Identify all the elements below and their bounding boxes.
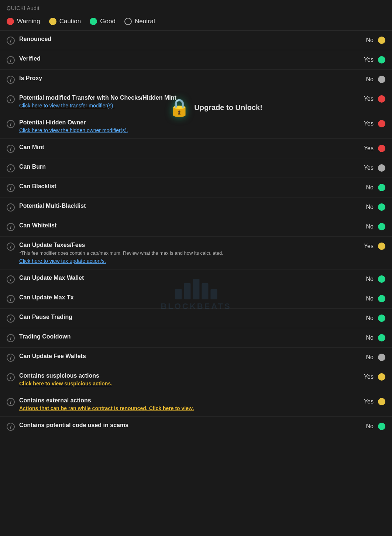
info-icon-can-blacklist[interactable]: i: [7, 184, 15, 192]
value-verified: Yes: [362, 56, 374, 63]
legend-good: Good: [90, 18, 116, 25]
info-icon-can-pause-trading[interactable]: i: [7, 315, 15, 323]
label-trading-cooldown: Trading Cooldown: [19, 333, 357, 340]
row-content-can-pause-trading: Can Pause Trading: [19, 314, 357, 320]
legend-caution-label: Caution: [59, 18, 81, 25]
neutral-dot: [124, 18, 132, 25]
row-content-potential-hidden-owner: Potential Hidden Owner Click here to vie…: [19, 119, 357, 133]
row-content-trading-cooldown: Trading Cooldown: [19, 333, 357, 340]
row-content-verified: Verified: [19, 55, 357, 62]
legend-good-label: Good: [100, 18, 116, 25]
legend-warning: Warning: [7, 18, 40, 25]
row-content-contains-suspicious-actions: Contains suspicious actions Click here t…: [19, 372, 357, 386]
row-content-can-burn: Can Burn: [19, 164, 357, 170]
row-content-can-mint: Can Mint: [19, 144, 357, 151]
dot-can-whitelist: [378, 223, 385, 230]
row-can-mint: i Can Mint Yes: [0, 139, 392, 158]
label-potential-hidden-owner: Potential Hidden Owner: [19, 119, 357, 126]
label-can-update-taxes: Can Update Taxes/Fees: [19, 242, 357, 248]
info-icon-is-proxy[interactable]: i: [7, 76, 15, 84]
link-potential-modified-transfer[interactable]: Click here to view the transfer modifier…: [19, 103, 357, 109]
info-icon-can-whitelist[interactable]: i: [7, 223, 15, 231]
legend-neutral-label: Neutral: [135, 18, 155, 25]
value-renounced: No: [362, 37, 374, 44]
row-contains-external-actions: i Contains external actions Actions that…: [0, 392, 392, 417]
info-icon-potential-hidden-owner[interactable]: i: [7, 120, 15, 128]
label-is-proxy: Is Proxy: [19, 75, 357, 82]
label-can-update-max-wallet: Can Update Max Wallet: [19, 275, 357, 281]
row-content-contains-external-actions: Contains external actions Actions that c…: [19, 397, 357, 411]
value-potential-multi-blacklist: No: [362, 204, 374, 210]
row-content-can-update-taxes: Can Update Taxes/Fees *This fee modifier…: [19, 242, 357, 264]
label-can-mint: Can Mint: [19, 144, 357, 151]
info-icon-trading-cooldown[interactable]: i: [7, 334, 15, 342]
row-content-can-blacklist: Can Blacklist: [19, 183, 357, 190]
row-right-can-update-max-tx: No: [362, 294, 385, 302]
info-icon-can-update-taxes[interactable]: i: [7, 243, 15, 251]
value-can-blacklist: No: [362, 184, 374, 191]
row-right-can-blacklist: No: [362, 183, 385, 191]
value-contains-suspicious-actions: Yes: [362, 374, 374, 380]
row-content-is-proxy: Is Proxy: [19, 75, 357, 82]
row-right-trading-cooldown: No: [362, 333, 385, 341]
row-right-potential-modified-transfer: Yes: [362, 95, 385, 103]
info-icon-can-mint[interactable]: i: [7, 145, 15, 153]
info-icon-verified[interactable]: i: [7, 56, 15, 64]
label-potential-multi-blacklist: Potential Multi-Blacklist: [19, 203, 357, 209]
row-verified: i Verified Yes: [0, 50, 392, 70]
value-contains-external-actions: Yes: [362, 398, 374, 405]
dot-contains-potential-scam-code: [378, 423, 385, 430]
dot-contains-suspicious-actions: [378, 373, 385, 381]
label-can-burn: Can Burn: [19, 164, 357, 170]
dot-potential-modified-transfer: [378, 95, 385, 103]
info-icon-contains-potential-scam-code[interactable]: i: [7, 423, 15, 431]
row-right-can-update-fee-wallets: No: [362, 353, 385, 361]
dot-renounced: [378, 37, 385, 44]
link-contains-suspicious-actions[interactable]: Click here to view suspicious actions.: [19, 381, 357, 386]
info-icon-can-update-max-wallet[interactable]: i: [7, 275, 15, 284]
info-icon-contains-external-actions[interactable]: i: [7, 398, 15, 406]
info-icon-can-update-fee-wallets[interactable]: i: [7, 354, 15, 362]
info-icon-contains-suspicious-actions[interactable]: i: [7, 373, 15, 381]
legend-warning-label: Warning: [17, 18, 40, 25]
row-right-can-mint: Yes: [362, 144, 385, 152]
good-dot: [90, 18, 97, 25]
dot-verified: [378, 56, 385, 63]
row-can-update-taxes: i Can Update Taxes/Fees *This fee modifi…: [0, 237, 392, 269]
row-right-verified: Yes: [362, 55, 385, 63]
row-content-potential-modified-transfer: Potential modified Transfer with No Chec…: [19, 95, 357, 109]
dot-can-update-taxes: [378, 243, 385, 250]
label-contains-external-actions: Contains external actions: [19, 397, 357, 404]
row-renounced: i Renounced No: [0, 31, 392, 50]
row-content-can-whitelist: Can Whitelist: [19, 222, 357, 229]
row-content-can-update-fee-wallets: Can Update Fee Wallets: [19, 353, 357, 360]
row-can-blacklist: i Can Blacklist No: [0, 178, 392, 197]
link-potential-hidden-owner[interactable]: Click here to view the hidden owner modi…: [19, 127, 357, 133]
app-title: QUICKI Audit: [0, 0, 392, 14]
link-can-update-taxes[interactable]: Click here to view tax update action/s.: [19, 258, 357, 264]
info-icon-renounced[interactable]: i: [7, 37, 15, 45]
legend-caution: Caution: [49, 18, 81, 25]
row-right-can-whitelist: No: [362, 222, 385, 230]
info-icon-potential-multi-blacklist[interactable]: i: [7, 203, 15, 212]
row-content-can-update-max-tx: Can Update Max Tx: [19, 294, 357, 301]
row-content-can-update-max-wallet: Can Update Max Wallet: [19, 275, 357, 281]
row-right-contains-external-actions: Yes: [362, 397, 385, 405]
label-renounced: Renounced: [19, 36, 357, 42]
audit-rows: i Renounced No i Verified Yes i Is Proxy…: [0, 31, 392, 436]
value-potential-modified-transfer: Yes: [362, 96, 374, 102]
info-icon-potential-modified-transfer[interactable]: i: [7, 95, 15, 103]
label-can-whitelist: Can Whitelist: [19, 222, 357, 229]
row-can-update-max-wallet: i Can Update Max Wallet No: [0, 269, 392, 289]
sub-can-update-taxes: *This fee modifier does contain a cap/ma…: [19, 250, 357, 257]
row-right-can-update-max-wallet: No: [362, 275, 385, 283]
value-can-update-taxes: Yes: [362, 243, 374, 250]
row-right-can-pause-trading: No: [362, 314, 385, 322]
link-contains-external-actions[interactable]: Actions that can be ran while contract i…: [19, 405, 357, 411]
info-icon-can-burn[interactable]: i: [7, 164, 15, 172]
label-contains-potential-scam-code: Contains potential code used in scams: [19, 422, 357, 429]
info-icon-can-update-max-tx[interactable]: i: [7, 295, 15, 303]
dot-is-proxy: [378, 76, 385, 83]
row-can-update-max-tx: i Can Update Max Tx No: [0, 289, 392, 309]
label-can-update-fee-wallets: Can Update Fee Wallets: [19, 353, 357, 360]
